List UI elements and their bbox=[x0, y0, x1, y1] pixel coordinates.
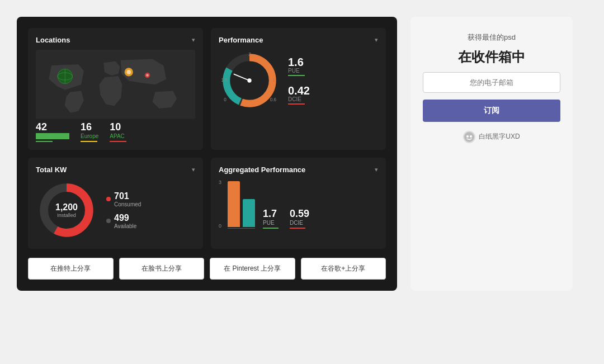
performance-body: 3 1 0.6 1.5 0 1.6 bbox=[219, 50, 378, 111]
aggregated-card: Aggregated Performance ▾ 3 0 bbox=[211, 158, 386, 249]
dcie-label: DCIE bbox=[288, 96, 310, 102]
svg-point-5 bbox=[126, 70, 131, 74]
brand-footer: 白纸黑字UXD bbox=[423, 131, 560, 143]
us-number: 42 bbox=[36, 121, 69, 133]
svg-text:1.5: 1.5 bbox=[221, 78, 228, 83]
totalkw-arrow[interactable]: ▾ bbox=[192, 166, 195, 173]
y-label-bottom: 0 bbox=[219, 223, 221, 229]
agg-pue-stat: 1.7 PUE bbox=[263, 208, 279, 229]
installed-number: 1,200 bbox=[55, 202, 78, 212]
bar-chart bbox=[228, 179, 255, 229]
performance-metrics: 1.6 PUE 0.42 DCIE bbox=[288, 56, 310, 105]
dashboard-container: Locations ▾ bbox=[17, 17, 397, 291]
apac-bar bbox=[110, 141, 126, 142]
totalkw-card-header: Total KW ▾ bbox=[36, 166, 195, 174]
available-number: 499 bbox=[114, 213, 136, 223]
europe-label: Europe bbox=[81, 133, 98, 139]
page-wrapper: Locations ▾ bbox=[11, 11, 593, 296]
y-label-top: 3 bbox=[219, 179, 221, 185]
brand-text: 白纸黑字UXD bbox=[479, 132, 520, 141]
svg-point-21 bbox=[466, 135, 469, 138]
pue-label: PUE bbox=[288, 68, 310, 74]
pue-underline bbox=[288, 75, 305, 76]
totalkw-donut: 1,200 Installed bbox=[36, 179, 97, 241]
share-buttons: 在推特上分享 在脸书上分享 在 Pinterest 上分享 在谷歌+上分享 bbox=[28, 258, 386, 280]
agg-pue-value: 1.7 bbox=[263, 208, 279, 220]
panel-title: 在收件箱中 bbox=[423, 49, 560, 65]
share-twitter[interactable]: 在推特上分享 bbox=[28, 258, 114, 280]
brand-icon bbox=[463, 131, 475, 143]
aggregated-stats: 1.7 PUE 0.59 DCIE bbox=[263, 208, 309, 229]
agg-dcie-stat: 0.59 DCIE bbox=[290, 208, 309, 229]
apac-label: APAC bbox=[110, 133, 126, 139]
pue-metric: 1.6 PUE bbox=[288, 56, 310, 76]
europe-bar bbox=[81, 141, 97, 142]
performance-title: Performance bbox=[219, 36, 263, 44]
us-label: United States bbox=[36, 133, 69, 139]
kw-stats: 701 Consumed 499 Available bbox=[106, 191, 141, 229]
totalkw-title: Total KW bbox=[36, 166, 67, 174]
pue-value: 1.6 bbox=[288, 56, 310, 68]
consumed-number: 701 bbox=[114, 191, 141, 201]
dcie-value: 0.42 bbox=[288, 85, 310, 96]
consumed-dot bbox=[106, 197, 111, 201]
aggregated-title: Aggregated Performance bbox=[219, 166, 305, 174]
apac-number: 10 bbox=[110, 121, 126, 133]
locations-card-header: Locations ▾ bbox=[36, 36, 195, 44]
dcie-underline bbox=[288, 103, 305, 105]
svg-text:3: 3 bbox=[248, 52, 251, 57]
consumed-stat: 701 Consumed bbox=[106, 191, 141, 207]
totalkw-card: Total KW ▾ 1,200 Installed bbox=[28, 158, 203, 249]
performance-card: Performance ▾ 3 bbox=[211, 28, 386, 150]
locations-stats: 42 United States 16 Europe 10 APAC bbox=[36, 121, 195, 142]
agg-dcie-label: DCIE bbox=[290, 220, 309, 226]
locations-map bbox=[36, 50, 195, 121]
svg-point-17 bbox=[247, 78, 251, 82]
svg-point-20 bbox=[464, 132, 474, 142]
donut-center: 1,200 Installed bbox=[55, 202, 78, 218]
locations-card: Locations ▾ bbox=[28, 28, 203, 150]
dcie-metric: 0.42 DCIE bbox=[288, 85, 310, 105]
location-stat-us: 42 United States bbox=[36, 121, 69, 142]
locations-arrow[interactable]: ▾ bbox=[192, 36, 195, 44]
svg-point-7 bbox=[146, 74, 149, 77]
installed-label: Installed bbox=[55, 212, 78, 218]
bar-teal bbox=[243, 199, 255, 227]
agg-pue-underline bbox=[263, 228, 279, 229]
svg-text:1: 1 bbox=[272, 78, 275, 83]
svg-point-22 bbox=[470, 135, 472, 138]
europe-number: 16 bbox=[81, 121, 98, 133]
share-googleplus[interactable]: 在谷歌+上分享 bbox=[301, 258, 386, 280]
totalkw-body: 1,200 Installed 701 Consumed bbox=[36, 179, 195, 241]
performance-arrow[interactable]: ▾ bbox=[375, 36, 378, 44]
aggregated-card-header: Aggregated Performance ▾ bbox=[219, 166, 378, 174]
consumed-label: Consumed bbox=[114, 201, 141, 207]
available-stat: 499 Available bbox=[106, 213, 141, 229]
us-bar bbox=[36, 141, 53, 142]
subscribe-button[interactable]: 订阅 bbox=[423, 100, 560, 122]
subscription-panel: 获得最佳的psd 在收件箱中 订阅 白纸黑字UXD bbox=[410, 17, 573, 291]
locations-title: Locations bbox=[36, 36, 70, 44]
location-stat-apac: 10 APAC bbox=[110, 121, 126, 142]
performance-gauge: 3 1 0.6 1.5 0 bbox=[219, 50, 280, 111]
agg-dcie-underline bbox=[290, 228, 305, 229]
aggregated-arrow[interactable]: ▾ bbox=[375, 166, 378, 173]
available-dot bbox=[106, 219, 111, 223]
share-facebook[interactable]: 在脸书上分享 bbox=[119, 258, 205, 280]
performance-card-header: Performance ▾ bbox=[219, 36, 378, 44]
agg-dcie-value: 0.59 bbox=[290, 208, 309, 220]
email-input[interactable] bbox=[423, 72, 560, 93]
aggregated-body: 3 0 1.7 PUE bbox=[219, 179, 378, 229]
svg-text:0: 0 bbox=[224, 97, 226, 102]
world-map-svg bbox=[36, 50, 195, 119]
available-label: Available bbox=[114, 223, 136, 229]
bar-orange bbox=[228, 181, 240, 227]
dashboard-grid: Locations ▾ bbox=[28, 28, 386, 249]
svg-line-16 bbox=[234, 70, 249, 84]
agg-pue-label: PUE bbox=[263, 220, 279, 226]
svg-text:0.6: 0.6 bbox=[270, 97, 277, 102]
location-stat-europe: 16 Europe bbox=[81, 121, 98, 142]
panel-subtitle: 获得最佳的psd bbox=[423, 32, 560, 42]
share-pinterest[interactable]: 在 Pinterest 上分享 bbox=[210, 258, 295, 280]
